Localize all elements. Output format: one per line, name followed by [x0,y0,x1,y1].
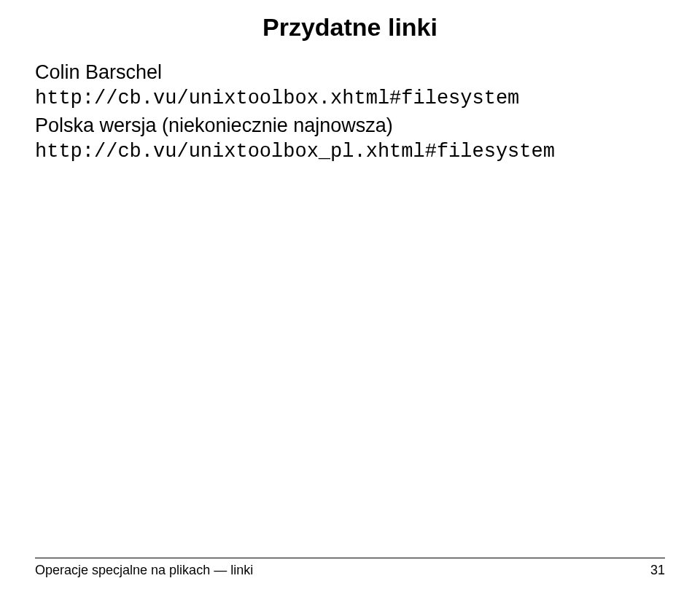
page-footer: Operacje specjalne na plikach — linki 31 [35,558,665,578]
footer-page-number: 31 [650,563,665,578]
footer-left-text: Operacje specjalne na plikach — linki [35,563,253,578]
slide-page: Przydatne linki Colin Barschel http://cb… [0,0,700,597]
note-line: Polska wersja (niekoniecznie najnowsza) [35,112,665,138]
author-line: Colin Barschel [35,59,665,85]
url-line-2: http://cb.vu/unixtoolbox_pl.xhtml#filesy… [35,138,665,165]
body-content: Colin Barschel http://cb.vu/unixtoolbox.… [35,59,665,165]
url-line-1: http://cb.vu/unixtoolbox.xhtml#filesyste… [35,85,665,112]
page-title: Przydatne linki [35,13,665,42]
